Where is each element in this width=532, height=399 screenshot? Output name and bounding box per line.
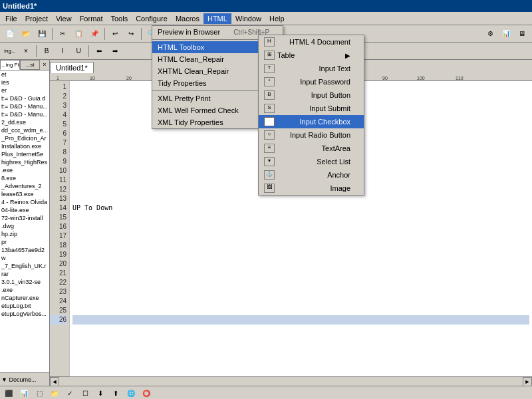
bt-btn8[interactable]: ⬆ [108,386,123,400]
file-item[interactable]: nCapturer.exe [0,294,49,302]
file-item[interactable]: lease63.exe [0,190,49,198]
menu-view[interactable]: View [52,13,76,24]
bt-btn1[interactable]: ⬛ [1,386,16,400]
anchor-item[interactable]: ⚓ Anchor [259,168,364,182]
panel-tab-files[interactable]: ...ing Files [0,60,20,70]
file-item[interactable]: rar [0,270,49,278]
menu-help[interactable]: Help [265,13,289,24]
input-radio[interactable]: ○ Input Radio Button [259,128,364,142]
file-item[interactable]: t:= D&D - Manu... [0,110,49,118]
svg-text:1: 1 [57,76,59,80]
extra-btn3[interactable]: 🖥 [515,27,529,41]
file-item[interactable]: .exe [0,166,49,174]
input-button-icon: B [264,90,275,100]
select-label: Select List [317,158,350,166]
horizontal-scrollbar[interactable]: ◄ ► [50,376,532,386]
save-button[interactable]: 💾 [35,27,49,41]
menu-configure[interactable]: Configure [132,13,172,24]
tb2-btn6[interactable]: ⬅ [92,44,106,59]
file-item[interactable]: dd_ccc_wdm_e... [0,126,49,134]
separator-1 [52,28,53,40]
undo-button[interactable]: ↩ [108,27,122,41]
image-item[interactable]: 🖼 Image [259,182,364,195]
menu-html[interactable]: HTML [203,13,231,24]
panel-tab-other[interactable]: ...st [20,60,40,70]
bt-btn5[interactable]: ✓ [63,386,77,400]
input-password-label: Input Password [300,78,350,86]
bt-btn10[interactable]: ⭕ [139,386,154,400]
tb2-btn5[interactable]: U [71,44,86,59]
file-item[interactable]: _7_English_UK.r [0,262,49,270]
table-item[interactable]: ⊞ Table ▶ [259,49,364,62]
file-item[interactable]: .exe [0,286,49,294]
file-item[interactable]: t:= D&D - Guia d [0,94,49,102]
tb2-btn4[interactable]: I [55,44,70,59]
code-line [72,250,529,259]
file-item[interactable]: 4 - Reinos Olvida [0,198,49,206]
open-button[interactable]: 📂 [19,27,33,41]
file-item[interactable]: 72-win32-install [0,214,49,222]
menu-window[interactable]: Window [231,13,265,24]
tb2-btn3[interactable]: B [39,44,54,59]
menu-format[interactable]: Format [76,13,107,24]
menu-file[interactable]: File [1,13,21,24]
input-submit[interactable]: S Input Submit [259,102,364,115]
paste-button[interactable]: 📌 [87,27,102,41]
bt-btn4[interactable]: 📁 [47,386,62,400]
file-item[interactable]: t:= D&D - Manu... [0,102,49,110]
file-item[interactable]: et [0,70,49,78]
scroll-left[interactable]: ◄ [50,377,59,386]
input-submit-label: Input Submit [309,104,350,112]
input-button[interactable]: B Input Button [259,88,364,102]
file-item[interactable]: 13ba4657ae9d2 [0,246,49,254]
bt-btn9[interactable]: 🌐 [124,386,138,400]
file-item[interactable]: hp.zip [0,230,49,238]
bt-btn7[interactable]: ⬇ [93,386,108,400]
panel-close-btn[interactable]: × [40,60,49,69]
bt-btn2[interactable]: 📊 [17,386,31,400]
select-list[interactable]: ▾ Select List [259,155,364,168]
bt-btn6[interactable]: ☐ [78,386,92,400]
menu-tools[interactable]: Tools [106,13,132,24]
file-item[interactable]: Plus_Internet5e [0,150,49,158]
file-item[interactable]: pr [0,238,49,246]
tb2-btn1[interactable]: ing... [3,44,17,59]
left-panel: ...ing Files ...st × et ies er t:= D&D -… [0,60,50,386]
tb2-btn2[interactable]: × [19,44,33,59]
file-item[interactable]: er [0,86,49,94]
menu-project[interactable]: Project [21,13,52,24]
cut-button[interactable]: ✂ [55,27,70,41]
redo-button[interactable]: ↪ [124,27,138,41]
textarea-item[interactable]: ≡ TextArea [259,142,364,155]
file-item[interactable]: etupLog.txt [0,302,49,310]
file-item[interactable]: highres_HighRes [0,158,49,166]
new-button[interactable]: 📄 [3,27,17,41]
file-item[interactable]: 2_dd.exe [0,118,49,126]
copy-button[interactable]: 📋 [71,27,86,41]
file-item[interactable]: _Pro_Edicion_Ar [0,134,49,142]
file-item[interactable]: 3.0.1_vin32-se [0,278,49,286]
tb2-btn7[interactable]: ➡ [108,44,122,59]
html4-document[interactable]: H HTML 4 Document [259,35,364,49]
file-item[interactable]: 8.exe [0,174,49,182]
bt-btn3[interactable]: ⬚ [32,386,47,400]
input-checkbox[interactable]: ✓ Input Checkbox [259,115,364,128]
file-list[interactable]: et ies er t:= D&D - Guia d t:= D&D - Man… [0,70,49,372]
menu-macros[interactable]: Macros [172,13,203,24]
file-item[interactable]: ies [0,78,49,86]
menu-bar: File Project View Format Tools Configure… [0,12,532,25]
file-item[interactable]: .dwg [0,222,49,230]
file-item[interactable]: _Adventures_2 [0,182,49,190]
extra-btn1[interactable]: ⚙ [483,27,497,41]
extra-btn2[interactable]: 📊 [499,27,513,41]
file-item[interactable]: 04-lite.exe [0,206,49,214]
file-item[interactable]: w [0,254,49,262]
editor-tab-untitled[interactable]: Untitled1* [50,62,94,74]
file-item[interactable]: etupLogVerbos... [0,310,49,318]
svg-text:20: 20 [126,76,132,80]
html4-icon: H [264,37,275,47]
input-password[interactable]: * Input Password [259,75,364,88]
input-text[interactable]: T Input Text [259,62,364,75]
file-item[interactable]: Installation.exe [0,142,49,150]
scroll-right[interactable]: ► [523,377,532,386]
